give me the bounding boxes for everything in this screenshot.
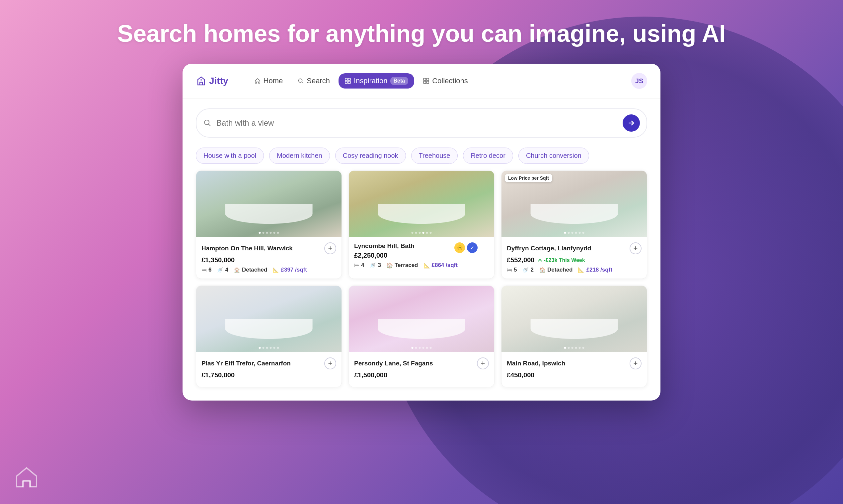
filter-chips: House with a pool Modern kitchen Cosy re… [183,144,660,170]
image-dots-2 [412,232,432,234]
sqft-3: 📐 £218 /sqft [578,267,612,273]
image-dots-1 [259,232,279,234]
svg-rect-8 [427,78,429,80]
search-icon [203,119,212,127]
property-card-2[interactable]: Lyncombe Hill, Bath 😊 ✓ £2,250,000 🛏 4 [348,170,495,279]
nav-inspiration[interactable]: Inspiration Beta [339,73,414,89]
add-button-4[interactable]: + [324,357,336,370]
svg-rect-4 [348,78,350,80]
add-button-6[interactable]: + [630,357,641,370]
beta-badge: Beta [390,77,409,85]
sqft-1: 📐 £397 /sqft [273,267,307,273]
image-dots-6 [564,347,584,349]
type-1: 🏠 Detached [234,267,268,273]
nav-collections[interactable]: Collections [417,73,474,89]
bottom-logo-icon [13,463,40,491]
property-price-3: £552,000 [507,256,534,264]
search-submit-button[interactable] [623,114,640,132]
property-grid: Hampton On The Hill, Warwick + £1,350,00… [183,170,660,400]
property-name-1: Hampton On The Hill, Warwick [202,245,293,252]
chip-church-conversion[interactable]: Church conversion [518,147,589,164]
svg-point-0 [201,79,202,80]
image-dots-5 [412,347,432,349]
property-price-4: £1,750,000 [202,371,235,379]
badge-blue-2: ✓ [467,242,478,253]
logo[interactable]: Jitty [196,76,228,86]
property-name-3: Dyffryn Cottage, Llanfynydd [507,245,591,252]
type-3: 🏠 Detached [539,267,573,273]
property-name-6: Main Road, Ipswich [507,360,565,367]
property-name-2: Lyncombe Hill, Bath [354,242,414,250]
price-drop-icon [538,258,542,263]
property-image-1 [196,171,342,237]
chip-cosy-reading-nook[interactable]: Cosy reading nook [335,147,406,164]
svg-point-1 [299,79,302,83]
search-section: Bath with a view [183,98,660,144]
search-input[interactable]: Bath with a view [217,119,618,128]
beds-1: 🛏 6 [202,267,211,273]
page-headline: Search homes for anything you can imagin… [117,20,726,47]
baths-2: 🚿 3 [369,262,381,269]
user-avatar[interactable]: JS [631,73,647,89]
image-dots-4 [259,347,279,349]
badge-yellow-2: 😊 [454,242,465,253]
baths-3: 🚿 2 [522,267,533,273]
property-image-2 [349,171,494,237]
property-card-3[interactable]: Low Price per Sqft Dyffryn Cottage, Llan… [501,170,647,279]
property-price-6: £450,000 [507,371,534,379]
home-nav-icon [254,77,261,84]
nav-home[interactable]: Home [248,73,289,89]
property-info-4: Plas Yr Eifl Trefor, Caernarfon + £1,750… [196,352,342,387]
property-card-6[interactable]: Main Road, Ipswich + £450,000 [501,286,647,387]
property-image-3: Low Price per Sqft [501,171,647,237]
home-icon-large [13,463,40,489]
add-button-5[interactable]: + [477,357,489,370]
svg-rect-7 [424,78,426,80]
nav-items: Home Search Inspiration Beta [248,73,618,89]
property-info-3: Dyffryn Cottage, Llanfynydd + £552,000 -… [501,237,647,278]
property-image-5 [349,286,494,352]
property-info-2: Lyncombe Hill, Bath 😊 ✓ £2,250,000 🛏 4 [349,237,494,274]
add-button-3[interactable]: + [630,242,641,254]
svg-rect-5 [345,81,347,84]
card-badges-2: 😊 ✓ [454,242,478,253]
search-nav-icon [297,77,304,84]
nav-search[interactable]: Search [291,73,336,89]
property-info-6: Main Road, Ipswich + £450,000 [501,352,647,387]
inspiration-nav-icon [344,77,351,84]
beds-2: 🛏 4 [354,262,364,269]
logo-icon [196,76,206,86]
property-card-1[interactable]: Hampton On The Hill, Warwick + £1,350,00… [196,170,342,279]
property-name-4: Plas Yr Eifl Trefor, Caernarfon [202,360,291,367]
property-details-1: 🛏 6 🚿 4 🏠 Detached 📐 £397 /sqft [202,267,336,273]
svg-line-12 [209,124,211,126]
chip-treehouse[interactable]: Treehouse [411,147,458,164]
chip-modern-kitchen[interactable]: Modern kitchen [269,147,330,164]
property-name-5: Persondy Lane, St Fagans [354,360,433,367]
chip-house-with-pool[interactable]: House with a pool [196,147,264,164]
property-card-5[interactable]: Persondy Lane, St Fagans + £1,500,000 [348,286,495,387]
sqft-2: 📐 £864 /sqft [424,262,458,269]
beds-3: 🛏 5 [507,267,517,273]
app-window: Jitty Home Search [183,64,660,400]
property-image-6 [501,286,647,352]
svg-rect-9 [424,81,426,84]
collections-nav-icon [423,77,429,84]
property-image-4 [196,286,342,352]
svg-rect-10 [427,81,429,84]
property-price-5: £1,500,000 [354,371,387,379]
navigation: Jitty Home Search [183,64,660,98]
type-2: 🏠 Terraced [386,262,418,269]
chip-retro-decor[interactable]: Retro decor [463,147,513,164]
property-details-2: 🛏 4 🚿 3 🏠 Terraced 📐 £864 /sqft [354,262,489,269]
price-drop-3: -£23k This Week [538,257,585,263]
property-price-1: £1,350,000 [202,256,235,264]
image-dots-3 [564,232,584,234]
property-price-2: £2,250,000 [354,252,387,259]
arrow-right-icon [627,119,635,127]
svg-rect-3 [345,78,347,80]
add-button-1[interactable]: + [324,242,336,254]
svg-rect-6 [348,81,350,84]
property-card-4[interactable]: Plas Yr Eifl Trefor, Caernarfon + £1,750… [196,286,342,387]
property-info-1: Hampton On The Hill, Warwick + £1,350,00… [196,237,342,278]
